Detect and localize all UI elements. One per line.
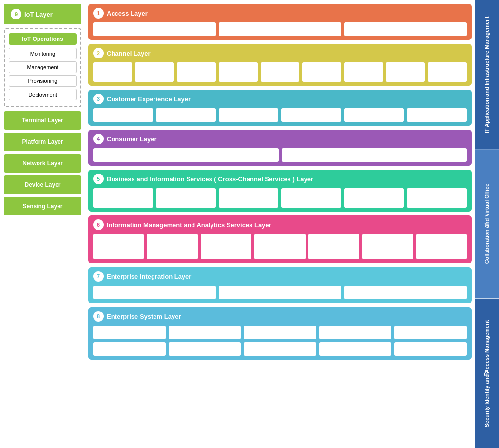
biz-commonservices: Common Services	[156, 188, 216, 208]
biz-crosscutting: Cross Cutting Services	[219, 188, 279, 208]
iot-op-provisioning: Provisioning	[9, 75, 77, 87]
channel-email: Email	[177, 62, 216, 82]
system-row1: Core Apps Data Analytics Land Repository…	[93, 326, 467, 339]
system-eservices: E-Services	[319, 342, 392, 356]
info-stream: Stream Processing	[362, 234, 413, 259]
access-item-enterprise: Enterprise Users	[93, 22, 216, 36]
info-reasoning: Data Reasoning	[201, 234, 251, 259]
right-sidebar-collab-number: 11	[484, 222, 489, 228]
iot-op-monitoring: Monitoring	[9, 48, 77, 59]
access-layer-label: Access Layer	[107, 10, 148, 17]
cx-css3: CSS3	[156, 108, 216, 122]
info-layer-items: Data Ingestion Data Aggregation Data Rea…	[93, 234, 467, 259]
access-layer-number: 1	[93, 8, 104, 19]
integration-cep: CEP	[219, 286, 342, 299]
biz-productivity: Productivity Services	[281, 188, 341, 208]
iot-operations-box: IoT Operations Monitoring Management Pro…	[4, 28, 81, 107]
iot-sensing-layer: Sensing Layer	[4, 197, 81, 215]
system-layer-number: 8	[93, 311, 104, 322]
integration-layer-title: 7 Enterprise Integration Layer	[93, 271, 467, 282]
consumer-layer-number: 4	[93, 134, 104, 144]
iot-platform-layer: Platform Layer	[4, 133, 81, 151]
system-peoplerepo: People Repository	[169, 342, 241, 356]
consumer-layer-items: API Gateway State Management	[93, 148, 467, 162]
access-item-citizens: Citizens	[219, 22, 342, 36]
info-layer: 6 Information Management and Analytics S…	[88, 215, 472, 263]
integration-esb: ESB	[93, 286, 216, 299]
channel-webchat: Web Chat	[344, 62, 383, 82]
cx-layer-items: HTML5 CSS3 Javascript Templates Controll…	[93, 108, 467, 122]
integration-layer-number: 7	[93, 271, 104, 282]
info-layer-label: Information Management and Analytics Ser…	[107, 221, 271, 229]
iot-badge-label: IoT Layer	[24, 11, 53, 18]
channel-videochat: Video Chat	[261, 62, 300, 82]
system-landrepo: Land Repository	[244, 326, 316, 339]
biz-data: Data Services	[407, 188, 467, 208]
biz-layer-number: 5	[93, 174, 104, 184]
left-iot-column: 9 IoT Layer IoT Operations Monitoring Ma…	[0, 0, 85, 448]
system-deptapps: Dept. Apps	[93, 342, 166, 356]
channel-layer: 2 Channel Layer Mobile Website Email API…	[88, 44, 472, 86]
right-sidebar-collab: 11 Collaboration and Virtual Office	[475, 149, 499, 298]
biz-layer-title: 5 Business and Information Services ( Cr…	[93, 174, 467, 184]
cx-layer-number: 3	[93, 94, 104, 104]
integration-adaptors: Adaptors / Connectors	[344, 286, 467, 299]
iot-terminal-layer: Terminal Layer	[4, 111, 81, 130]
system-dataanalytics: Data Analytics	[169, 326, 241, 339]
iot-layer-badge: 9 IoT Layer	[4, 4, 81, 24]
integration-layer: 7 Enterprise Integration Layer ESB CEP A…	[88, 267, 472, 303]
channel-mobile: Mobile	[93, 62, 132, 82]
cx-templates: Templates	[281, 108, 341, 122]
cx-html5: HTML5	[93, 108, 153, 122]
info-layer-number: 6	[93, 219, 104, 230]
biz-deptservices: Dept. Services	[93, 188, 153, 208]
consumer-layer-title: 4 Consumer Layer	[93, 134, 467, 144]
integration-layer-label: Enterprise Integration Layer	[107, 273, 191, 280]
system-layer-title: 8 Enterprise System Layer	[93, 311, 467, 322]
consumer-layer: 4 Consumer Layer API Gateway State Manag…	[88, 130, 472, 166]
iot-number: 9	[11, 9, 21, 19]
channel-kiosk: Kiosk	[386, 62, 425, 82]
system-layer: 8 Enterprise System Layer Core Apps Data…	[88, 307, 472, 360]
iot-network-layer: Network Layer	[4, 154, 81, 173]
center-content: 1 Access Layer Enterprise Users Citizens…	[85, 0, 475, 448]
consumer-statemgmt: State Management	[282, 148, 467, 162]
info-aggregation: Data Aggregation	[147, 234, 197, 259]
info-ingestion: Data Ingestion	[93, 234, 144, 259]
biz-layer-label: Business and Information Services ( Cros…	[107, 175, 313, 183]
info-layer-title: 6 Information Management and Analytics S…	[93, 219, 467, 230]
system-gisrepo: GIS Repository	[244, 342, 316, 356]
channel-api: API	[219, 62, 258, 82]
iot-operations-title: IoT Operations	[9, 33, 77, 45]
consumer-layer-label: Consumer Layer	[107, 136, 157, 143]
info-storage: Storage	[254, 234, 305, 259]
iot-op-deployment: Deployment	[9, 89, 77, 100]
channel-layer-number: 2	[93, 48, 104, 58]
system-layer-label: Enterprise System Layer	[107, 313, 181, 320]
channel-website: Website	[135, 62, 174, 82]
right-sidebar-security: 10 Security Identity and Access Manageme…	[475, 299, 499, 448]
info-devicestate: Device State Storage	[416, 234, 467, 259]
biz-layer-items: Dept. Services Common Services Cross Cut…	[93, 188, 467, 208]
channel-customerservice: Customer Service	[302, 62, 341, 82]
cx-controllers: Controllers	[344, 108, 404, 122]
right-sidebar-it: IT Application and Infrastructure Manage…	[475, 0, 499, 149]
system-dots: ......	[394, 342, 467, 356]
channel-layer-items: Mobile Website Email API Video Chat Cust…	[93, 62, 467, 82]
access-item-business: Business Users	[344, 22, 467, 36]
biz-layer: 5 Business and Information Services ( Cr…	[88, 170, 472, 212]
main-container: 9 IoT Layer IoT Operations Monitoring Ma…	[0, 0, 499, 448]
integration-layer-items: ESB CEP Adaptors / Connectors	[93, 286, 467, 299]
right-sidebar-security-number: 10	[484, 371, 489, 377]
channel-socialmedia: Social Media	[428, 62, 467, 82]
iot-op-management: Management	[9, 61, 77, 73]
access-layer-title: 1 Access Layer	[93, 8, 467, 19]
system-row2: Dept. Apps People Repository GIS Reposit…	[93, 342, 467, 356]
cx-layer-title: 3 Customer Experience Layer	[93, 94, 467, 104]
iot-device-layer: Device Layer	[4, 175, 81, 194]
system-clouddc: Cloud, DC	[319, 326, 392, 339]
cx-layer-label: Customer Experience Layer	[107, 96, 191, 103]
info-analytics: Analytics & Machine Learning	[308, 234, 359, 259]
system-coreapps: Core Apps	[93, 326, 166, 339]
channel-layer-label: Channel Layer	[107, 50, 151, 57]
